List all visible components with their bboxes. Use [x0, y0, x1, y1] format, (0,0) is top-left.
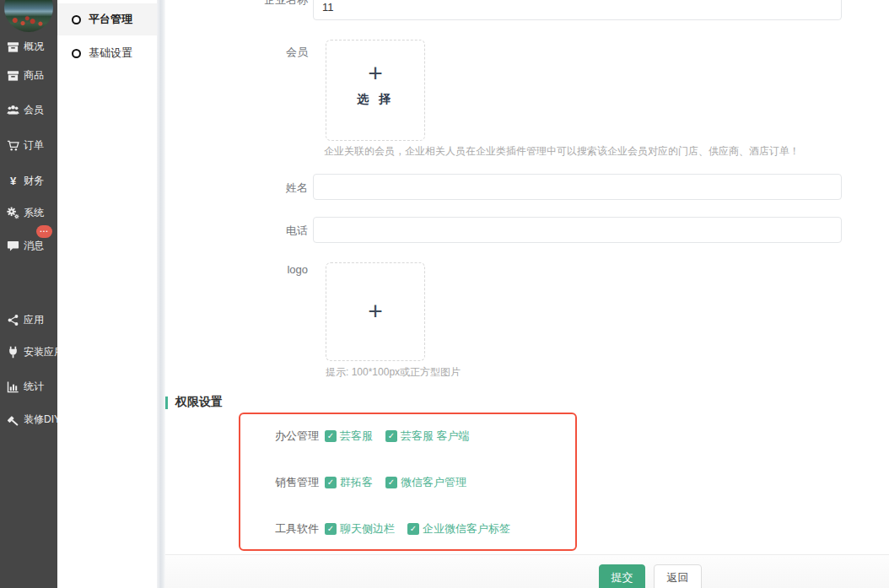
phone-input[interactable] — [313, 217, 842, 243]
logo-hint: 提示: 100*100px或正方型图片 — [326, 365, 461, 380]
submenu-item-label: 基础设置 — [89, 46, 132, 61]
chat-icon — [7, 240, 19, 252]
main-sidebar: 概况 商品 会员 订单 ¥ 财务 系统 消息 ... 应用 — [0, 0, 57, 588]
sidebar-item-label: 订单 — [24, 138, 44, 153]
sidebar-item-apps[interactable]: 应用 — [0, 312, 57, 327]
perm-group-label: 工具软件 — [275, 521, 319, 537]
plus-icon: + — [368, 61, 383, 86]
submit-button[interactable]: 提交 — [599, 564, 645, 588]
name-label: 姓名 — [165, 181, 308, 196]
sidebar-item-label: 财务 — [24, 174, 44, 188]
sidebar-item-label: 会员 — [24, 103, 44, 117]
member-select-text: 选 择 — [357, 92, 394, 107]
logo-label: logo — [165, 263, 308, 276]
checkbox-checked-icon[interactable]: ✓ — [325, 430, 337, 442]
checkbox-checked-icon[interactable]: ✓ — [407, 523, 419, 535]
gears-icon — [7, 207, 19, 219]
name-input[interactable] — [313, 174, 842, 200]
permissions-header: 权限设置 — [165, 395, 223, 410]
cart-icon — [7, 139, 19, 152]
sidebar-item-label: 系统 — [24, 206, 44, 220]
plus-icon: + — [368, 299, 383, 324]
submenu-item-platform-management[interactable]: 平台管理 — [57, 3, 157, 35]
sidebar-item-products[interactable]: 商品 — [0, 67, 57, 83]
circle-icon — [72, 49, 81, 58]
sidebar-item-label: 装修DIY — [24, 413, 61, 427]
yen-icon: ¥ — [7, 175, 19, 187]
archive-icon — [7, 40, 19, 53]
permissions-title: 权限设置 — [175, 395, 223, 410]
sidebar-item-overview[interactable]: 概况 — [0, 39, 57, 54]
sidebar-item-orders[interactable]: 订单 — [0, 138, 57, 153]
section-accent-bar — [165, 396, 168, 409]
member-select-box[interactable]: + 选 择 — [326, 40, 425, 141]
perm-group-label: 办公管理 — [275, 429, 319, 444]
checkbox-checked-icon[interactable]: ✓ — [385, 430, 397, 442]
gavel-icon — [7, 413, 19, 426]
back-button[interactable]: 返回 — [654, 564, 702, 588]
member-label: 会员 — [165, 45, 308, 60]
perm-option[interactable]: ✓群拓客 — [325, 475, 373, 490]
sidebar-item-install-apps[interactable]: 安装应用 — [0, 344, 57, 359]
sidebar-item-label: 概况 — [24, 40, 44, 54]
sidebar-item-label: 消息 — [24, 239, 44, 253]
sidebar-item-decorate-diy[interactable]: 装修DIY — [0, 412, 57, 427]
sidebar-item-label: 商品 — [24, 68, 44, 83]
enterprise-form: 企业名称 会员 + 选 择 企业关联的会员，企业相关人员在企业类插件管理中可以搜… — [165, 0, 889, 588]
perm-group-tools: 工具软件 ✓聊天侧边栏 ✓企业微信客户标签 — [275, 521, 523, 537]
box-icon — [7, 69, 19, 82]
submenu-item-label: 平台管理 — [89, 12, 132, 27]
logo-upload-box[interactable]: + — [326, 262, 425, 361]
checkbox-checked-icon[interactable]: ✓ — [325, 523, 337, 535]
plug-icon — [7, 346, 19, 359]
circle-icon — [72, 15, 81, 24]
perm-option[interactable]: ✓芸客服 客户端 — [385, 429, 470, 444]
sidebar-item-system[interactable]: 系统 — [0, 205, 57, 220]
perm-group-office: 办公管理 ✓芸客服 ✓芸客服 客户端 — [275, 429, 482, 444]
sidebar-item-messages[interactable]: 消息 — [0, 238, 57, 253]
sidebar-item-label: 统计 — [24, 380, 44, 394]
admin-app: 概况 商品 会员 订单 ¥ 财务 系统 消息 ... 应用 — [0, 0, 889, 588]
sidebar-item-finance[interactable]: ¥ 财务 — [0, 173, 57, 188]
perm-group-label: 销售管理 — [275, 475, 319, 490]
perm-option[interactable]: ✓微信客户管理 — [385, 475, 466, 490]
avatar[interactable] — [4, 0, 53, 32]
scrollbar[interactable] — [157, 0, 165, 588]
bar-chart-icon — [7, 380, 19, 393]
share-nodes-icon — [7, 314, 19, 326]
company-name-label: 企业名称 — [165, 0, 308, 8]
checkbox-checked-icon[interactable]: ✓ — [325, 477, 337, 488]
perm-option[interactable]: ✓聊天侧边栏 — [325, 521, 395, 537]
company-name-input[interactable] — [313, 0, 842, 20]
sub-sidebar: 平台管理 基础设置 — [57, 0, 157, 588]
users-icon — [7, 104, 19, 116]
perm-option[interactable]: ✓企业微信客户标签 — [407, 521, 510, 537]
sidebar-item-members[interactable]: 会员 — [0, 102, 57, 117]
message-badge[interactable]: ... — [36, 225, 52, 238]
checkbox-checked-icon[interactable]: ✓ — [385, 477, 397, 488]
form-footer: 提交 返回 — [165, 554, 889, 588]
sidebar-item-statistics[interactable]: 统计 — [0, 379, 57, 394]
member-hint: 企业关联的会员，企业相关人员在企业类插件管理中可以搜索该企业会员对应的门店、供应… — [324, 144, 800, 159]
sidebar-item-label: 应用 — [24, 313, 44, 327]
perm-option[interactable]: ✓芸客服 — [325, 429, 373, 444]
submenu-item-basic-settings[interactable]: 基础设置 — [57, 37, 157, 69]
perm-group-sales: 销售管理 ✓群拓客 ✓微信客户管理 — [275, 475, 479, 490]
phone-label: 电话 — [165, 224, 308, 239]
